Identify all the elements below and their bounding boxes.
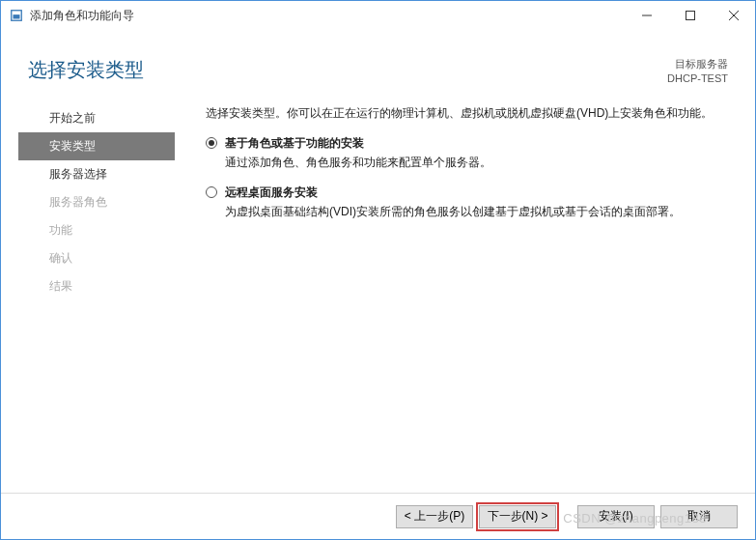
option-desc: 为虚拟桌面基础结构(VDI)安装所需的角色服务以创建基于虚拟机或基于会话的桌面部… (225, 203, 728, 220)
page-title: 选择安装类型 (28, 57, 144, 83)
target-label: 目标服务器 (667, 57, 728, 71)
sidebar-item-results: 结果 (38, 272, 175, 300)
footer: < 上一步(P) 下一步(N) > 安装(I) 取消 (1, 493, 755, 539)
radio-unselected-icon[interactable] (206, 186, 217, 198)
window-title: 添加角色和功能向导 (30, 8, 134, 24)
option-body: 远程桌面服务安装 为虚拟桌面基础结构(VDI)安装所需的角色服务以创建基于虚拟机… (225, 185, 728, 220)
svg-rect-1 (14, 14, 20, 18)
minimize-button[interactable] (625, 1, 668, 30)
option-title: 远程桌面服务安装 (225, 185, 728, 201)
titlebar: 添加角色和功能向导 (1, 1, 755, 30)
option-body: 基于角色或基于功能的安装 通过添加角色、角色服务和功能来配置单个服务器。 (225, 135, 728, 171)
content: 选择安装类型。你可以在正在运行的物理计算机、虚拟机或脱机虚拟硬盘(VHD)上安装… (175, 102, 755, 300)
option-title: 基于角色或基于功能的安装 (225, 135, 728, 152)
svg-rect-3 (686, 12, 694, 20)
sidebar-item-install-type[interactable]: 安装类型 (18, 132, 175, 160)
sidebar-item-server-selection[interactable]: 服务器选择 (38, 160, 175, 188)
close-button[interactable] (712, 1, 755, 30)
sidebar-item-confirm: 确认 (38, 244, 175, 272)
maximize-button[interactable] (668, 1, 712, 30)
intro-text: 选择安装类型。你可以在正在运行的物理计算机、虚拟机或脱机虚拟硬盘(VHD)上安装… (206, 104, 728, 122)
sidebar-item-server-roles: 服务器角色 (38, 188, 175, 216)
target-server-info: 目标服务器 DHCP-TEST (667, 57, 728, 87)
main: 开始之前 安装类型 服务器选择 服务器角色 功能 确认 结果 选择安装类型。你可… (1, 97, 755, 300)
sidebar: 开始之前 安装类型 服务器选择 服务器角色 功能 确认 结果 (1, 102, 175, 300)
window-controls (625, 1, 755, 30)
sidebar-item-features: 功能 (38, 216, 175, 244)
sidebar-item-before-begin[interactable]: 开始之前 (38, 104, 175, 132)
option-remote-desktop[interactable]: 远程桌面服务安装 为虚拟桌面基础结构(VDI)安装所需的角色服务以创建基于虚拟机… (206, 185, 728, 220)
previous-button[interactable]: < 上一步(P) (396, 505, 473, 528)
app-icon (9, 8, 24, 23)
target-value: DHCP-TEST (667, 71, 728, 86)
radio-selected-icon[interactable] (206, 137, 217, 149)
cancel-button[interactable]: 取消 (660, 505, 738, 528)
install-button[interactable]: 安装(I) (577, 505, 655, 528)
next-button[interactable]: 下一步(N) > (479, 505, 556, 528)
header: 选择安装类型 目标服务器 DHCP-TEST (1, 30, 755, 97)
option-role-based[interactable]: 基于角色或基于功能的安装 通过添加角色、角色服务和功能来配置单个服务器。 (206, 135, 728, 171)
option-desc: 通过添加角色、角色服务和功能来配置单个服务器。 (225, 154, 728, 171)
